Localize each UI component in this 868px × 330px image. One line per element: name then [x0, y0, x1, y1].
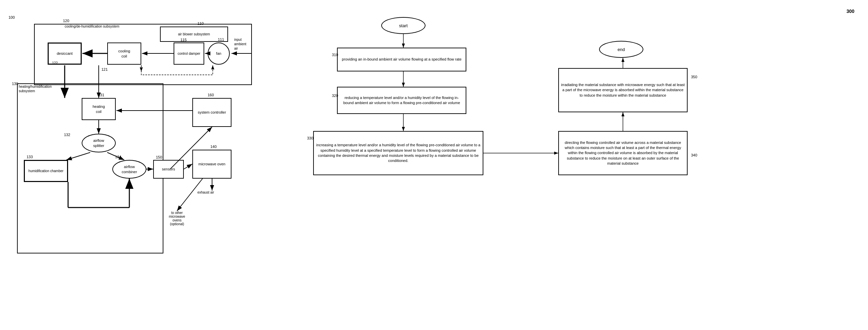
ref-111: 111 [218, 37, 224, 42]
step-330-box: increasing a temperature level and/or a … [313, 131, 483, 175]
ref-110: 110 [197, 21, 204, 26]
step-320-box: reducing a temperature level and/or a hu… [337, 87, 466, 114]
ref-130: 130 [12, 82, 18, 86]
airflow-combiner-box: airflowcombiner [112, 160, 146, 179]
ref-330: 330 [307, 136, 313, 140]
airflow-splitter-box: airflowsplitter [82, 134, 116, 152]
ref-100: 100 [9, 15, 15, 19]
end-node: end [599, 41, 643, 58]
ref-340: 340 [691, 153, 697, 157]
step-340-box: directing the flowing controlled air vol… [558, 131, 688, 175]
ref-134: 134 [115, 155, 121, 159]
ref-350: 350 [691, 75, 697, 79]
start-node: start [381, 17, 425, 34]
system-controller-box: system controller [192, 98, 231, 127]
humidification-box: humidification chamber [24, 160, 68, 182]
fan-box: fan [208, 43, 230, 65]
input-air-label: inputambientair [234, 37, 246, 51]
step-350-box: irradiating the material substance with … [558, 68, 688, 112]
heating-subsystem-label: heating/humidificationsubsystem [19, 84, 52, 93]
microwave-oven-box: microwave oven [192, 150, 231, 179]
step-310-box: providing an in-bound ambient air volume… [337, 48, 466, 71]
ref-132: 132 [64, 133, 70, 137]
right-diagram: 300 start providing an in-bound ambient … [279, 7, 858, 320]
ref-122: 122 [52, 61, 58, 65]
ref-310: 310 [332, 53, 338, 57]
ref-300: 300 [847, 9, 854, 14]
ref-160: 160 [208, 93, 214, 97]
diagram-container: 100 120 cooling/de-humidification subsys… [0, 0, 868, 330]
sensors-box: sensors [153, 160, 184, 179]
ref-115: 115 [180, 38, 187, 42]
control-damper-box: control damper [174, 43, 204, 65]
ref-131: 131 [98, 93, 104, 97]
ref-140: 140 [210, 145, 216, 149]
ref-150: 150 [156, 155, 162, 159]
ref-133: 133 [27, 155, 33, 159]
left-diagram: 100 120 cooling/de-humidification subsys… [7, 7, 266, 320]
other-ovens-label: to othermicrowaveovens(optional) [157, 211, 197, 226]
heating-coil-box: heatingcoil [82, 98, 116, 120]
cooling-subsystem-label: cooling/de-humidification subsystem [65, 24, 119, 28]
ref-121: 121 [101, 67, 108, 71]
exhaust-air-label: exhaust air [197, 191, 214, 194]
cooling-coil-box: coolingcoil [107, 43, 141, 65]
ref-120: 120 [63, 19, 69, 23]
svg-line-17 [177, 179, 203, 211]
ref-320: 320 [332, 94, 338, 98]
svg-line-15 [184, 164, 192, 169]
